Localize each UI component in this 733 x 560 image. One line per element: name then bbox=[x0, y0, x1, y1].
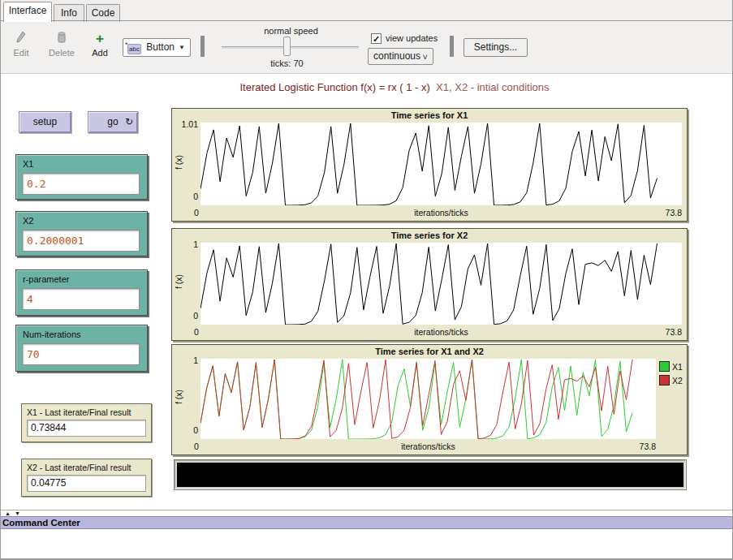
monitor-x2-value: 0.04775 bbox=[27, 475, 146, 492]
plot-x1-title: Time series for X1 bbox=[172, 110, 687, 120]
netlogo-window: Interface Info Code Edit Delete + Add *a… bbox=[0, 0, 733, 560]
x-axis-min-label: 0 bbox=[194, 442, 199, 451]
expand-arrow-icon[interactable]: ▼ bbox=[15, 510, 20, 516]
x-axis-title: iterations/ticks bbox=[200, 208, 682, 218]
legend-x1-label: X1 bbox=[672, 361, 696, 373]
settings-button[interactable]: Settings... bbox=[464, 38, 528, 57]
plot-legend: X1 X2 bbox=[659, 361, 687, 390]
y-axis-title: f (x) bbox=[174, 373, 183, 421]
view-updates-checkbox[interactable]: ✓ bbox=[371, 33, 382, 44]
y-axis-max-label: 1 bbox=[174, 239, 198, 249]
title-main: Iterated Logistic Function f(x) = rx ( 1… bbox=[239, 81, 429, 93]
speed-slider-thumb[interactable] bbox=[283, 37, 291, 56]
update-mode-dropdown[interactable]: continuous ˅ bbox=[368, 48, 433, 65]
input-x1-field[interactable]: 0.2 bbox=[22, 173, 140, 195]
plot-x2-title: Time series for X2 bbox=[172, 230, 687, 240]
button-widget-icon: *abc bbox=[127, 44, 141, 54]
y-axis-title: f (x) bbox=[174, 257, 183, 306]
legend-x2-label: X2 bbox=[672, 375, 696, 386]
command-center-title: Command Center bbox=[2, 518, 80, 528]
delete-label: Delete bbox=[49, 48, 75, 58]
widget-type-label: Button bbox=[146, 41, 175, 53]
pencil-icon bbox=[7, 30, 35, 48]
input-x2-field[interactable]: 0.2000001 bbox=[22, 230, 140, 252]
x-axis-title: iterations/ticks bbox=[200, 327, 682, 337]
tab-bar: Interface Info Code bbox=[1, 0, 732, 22]
input-r-parameter-label: r-parameter bbox=[23, 274, 69, 284]
plot-x2-canvas bbox=[200, 243, 682, 325]
plot-x1: Time series for X1 1.01 0 f (x) 0 iterat… bbox=[171, 108, 688, 222]
input-r-parameter-field[interactable]: 4 bbox=[22, 288, 140, 310]
view-updates-label: view updates bbox=[386, 33, 438, 43]
y-axis-min-label: 0 bbox=[174, 425, 198, 435]
update-mode-value: continuous bbox=[373, 50, 420, 62]
monitor-x2-final: X2 - Last iterate/Final result 0.04775 bbox=[21, 459, 152, 497]
legend-x1-swatch bbox=[659, 361, 670, 372]
plot-x1-canvas bbox=[200, 123, 682, 205]
delete-button[interactable]: Delete bbox=[46, 30, 77, 58]
model-title-note: Iterated Logistic Function f(x) = rx ( 1… bbox=[114, 81, 675, 93]
plot-x1-x2-title: Time series for X1 and X2 bbox=[172, 347, 687, 356]
input-x1: X1 0.2 bbox=[15, 154, 148, 200]
command-center-output[interactable] bbox=[1, 530, 732, 558]
trash-icon bbox=[46, 30, 77, 48]
y-axis-max-label: 1.01 bbox=[174, 119, 198, 129]
x-axis-min-label: 0 bbox=[194, 327, 199, 337]
title-secondary: X1, X2 - intial conditions bbox=[430, 81, 550, 93]
tab-interface[interactable]: Interface bbox=[3, 2, 52, 22]
monitor-x2-label: X2 - Last iterate/Final result bbox=[27, 463, 131, 472]
check-icon: ✓ bbox=[373, 34, 380, 44]
plus-icon: + bbox=[87, 30, 113, 48]
go-button[interactable]: go ↻ bbox=[88, 111, 138, 133]
monitor-x1-label: X1 - Last iterate/Final result bbox=[27, 407, 131, 417]
tab-code[interactable]: Code bbox=[86, 4, 120, 22]
x-axis-max-label: 73.8 bbox=[607, 442, 656, 451]
plot-x1-x2: Time series for X1 and X2 1 0 f (x) X1 X… bbox=[171, 344, 688, 455]
world-view-frame bbox=[174, 459, 687, 490]
ticks-counter: ticks: 70 bbox=[236, 58, 338, 68]
toolbar-separator bbox=[200, 36, 205, 57]
toolbar: Edit Delete + Add *abc Button ▼ normal s… bbox=[1, 22, 732, 74]
world-view bbox=[177, 463, 683, 487]
edit-label: Edit bbox=[14, 48, 29, 58]
plot-x2: Time series for X2 1 0 f (x) 0 iteration… bbox=[171, 228, 688, 341]
y-axis-min-label: 0 bbox=[174, 311, 198, 321]
go-label: go bbox=[107, 116, 118, 127]
x-axis-max-label: 73.8 bbox=[633, 327, 682, 337]
setup-button[interactable]: setup bbox=[19, 111, 71, 133]
x-axis-title: iterations/ticks bbox=[200, 442, 656, 451]
input-num-iterations-label: Num-iterations bbox=[23, 330, 81, 339]
chevron-down-icon: ▼ bbox=[179, 39, 185, 56]
y-axis-max-label: 1 bbox=[174, 355, 198, 365]
x-axis-max-label: 73.8 bbox=[633, 208, 682, 218]
y-axis-title: f (x) bbox=[174, 138, 183, 187]
widget-type-dropdown[interactable]: *abc Button ▼ bbox=[123, 38, 191, 57]
toolbar-separator bbox=[450, 36, 454, 57]
tab-info[interactable]: Info bbox=[54, 4, 84, 22]
plot-x1-x2-canvas bbox=[200, 359, 656, 439]
input-x1-label: X1 bbox=[23, 159, 33, 169]
input-num-iterations-field[interactable]: 70 bbox=[22, 343, 140, 365]
forever-icon: ↻ bbox=[125, 117, 133, 127]
speed-slider-label: normal speed bbox=[236, 26, 346, 36]
monitor-x1-final: X1 - Last iterate/Final result 0.73844 bbox=[21, 403, 152, 442]
input-r-parameter: r-parameter 4 bbox=[15, 269, 148, 316]
add-button[interactable]: + Add bbox=[87, 30, 113, 58]
input-num-iterations: Num-iterations 70 bbox=[15, 325, 148, 372]
collapse-arrow-icon[interactable]: ▲ bbox=[5, 510, 11, 516]
x-axis-min-label: 0 bbox=[194, 208, 199, 218]
command-center-header[interactable]: Command Center bbox=[1, 516, 732, 529]
command-center-divider bbox=[1, 510, 732, 510]
y-axis-min-label: 0 bbox=[174, 192, 198, 201]
add-label: Add bbox=[92, 48, 108, 58]
chevron-down-icon: ˅ bbox=[423, 49, 428, 66]
monitor-x1-value: 0.73844 bbox=[27, 420, 146, 437]
setup-label: setup bbox=[33, 116, 57, 127]
input-x2-label: X2 bbox=[23, 216, 33, 226]
input-x2: X2 0.2000001 bbox=[15, 211, 148, 256]
legend-x2-swatch bbox=[659, 375, 670, 386]
tab-divider bbox=[1, 20, 732, 21]
edit-button[interactable]: Edit bbox=[7, 30, 35, 58]
